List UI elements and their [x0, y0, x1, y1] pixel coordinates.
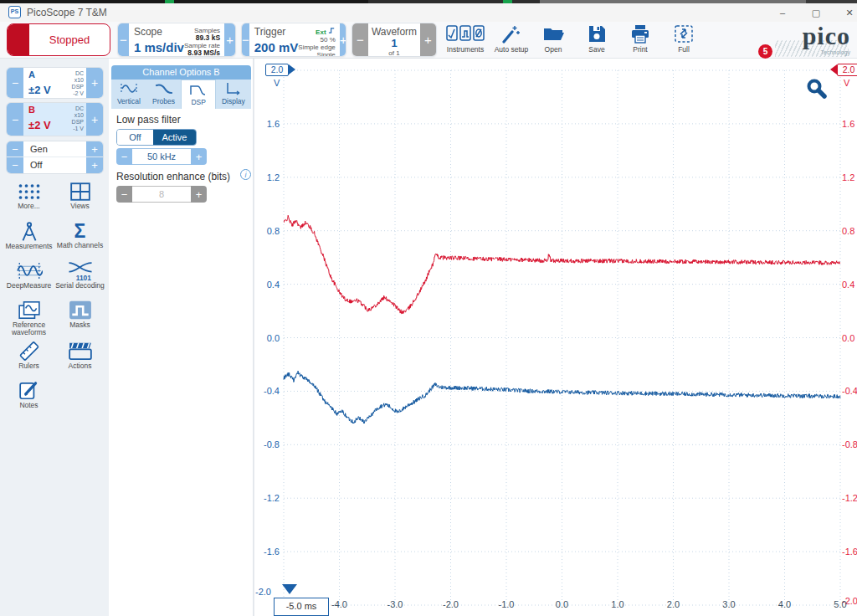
trigger-increase-button[interactable]: +	[340, 23, 346, 56]
timebase-value[interactable]: 1 ms/div	[134, 40, 184, 54]
channel-options-title[interactable]: Channel Options B	[111, 65, 251, 80]
logo-text: pico	[803, 22, 850, 50]
right-axis-top-value[interactable]: 2.0	[837, 64, 857, 76]
frequency-increase-button[interactable]: +	[191, 148, 207, 165]
trigger-decrease-button[interactable]: −	[242, 23, 249, 56]
rulers-label: Rulers	[18, 362, 39, 370]
serial-decoding-button[interactable]: 1101 Serial decoding	[54, 260, 105, 295]
waveform-next-button[interactable]: +	[420, 23, 436, 56]
gen-decrease-button[interactable]: −	[7, 141, 23, 157]
x-axis-label: -3.0	[377, 599, 413, 609]
channel-b-card[interactable]: − B ±2 V DC x10 DSP -1 V +	[6, 102, 104, 136]
trigger-type: Single	[298, 51, 335, 57]
frequency-value[interactable]: 50 kHz	[132, 148, 191, 165]
x-axis-label: 4.0	[767, 599, 803, 609]
tab-vertical[interactable]: Vertical	[111, 80, 146, 109]
measurements-label: Measurements	[5, 243, 52, 250]
x-axis-label: 1.0	[599, 599, 636, 609]
full-screen-button[interactable]: Full	[663, 24, 705, 58]
start-stop-button[interactable]: Stopped	[7, 23, 110, 56]
waveform-canvas[interactable]	[254, 59, 857, 616]
waveform-count: of 1	[388, 49, 399, 57]
tab-dsp[interactable]: DSP	[181, 80, 216, 109]
math-channels-label: Math channels	[57, 242, 103, 249]
channel-b-decrease-button[interactable]: −	[7, 103, 23, 136]
resolution-value[interactable]: 8	[132, 186, 191, 203]
x-axis-label: -1.0	[488, 599, 525, 609]
y-axis-label-left: -1.2	[254, 493, 280, 503]
trigger-source: Ext	[316, 28, 326, 36]
maximize-button[interactable]: ▢	[803, 5, 829, 20]
low-pass-active-option[interactable]: Active	[153, 130, 196, 145]
y-axis-label-left: -1.6	[254, 547, 280, 557]
open-button[interactable]: Open	[532, 24, 574, 58]
save-button[interactable]: Save	[576, 24, 618, 58]
y-axis-label-right: 0.8	[842, 226, 854, 236]
masks-icon	[69, 300, 92, 321]
print-button[interactable]: Print	[619, 24, 661, 58]
scope-label[interactable]: Scope	[134, 26, 184, 38]
zoom-magnifier-icon[interactable]	[805, 77, 829, 100]
actions-icon	[68, 341, 93, 362]
dsp-tab-icon	[189, 83, 208, 96]
left-axis-top-value[interactable]: 2.0	[265, 64, 289, 76]
gen-off-decrease-button[interactable]: −	[7, 157, 23, 173]
frequency-decrease-button[interactable]: −	[116, 148, 132, 165]
scope-increase-button[interactable]: +	[224, 23, 235, 56]
instruments-icon	[446, 24, 485, 44]
gen-increase-button[interactable]: +	[86, 141, 103, 157]
minimize-button[interactable]: –	[770, 5, 795, 20]
y-axis-label-right: 0.0	[842, 333, 854, 343]
channel-a-decrease-button[interactable]: −	[7, 68, 23, 98]
resolution-decrease-button[interactable]: −	[116, 186, 132, 203]
views-button[interactable]: Views	[54, 182, 105, 217]
tab-probes[interactable]: Probes	[146, 80, 182, 109]
x-axis-label: -2.0	[433, 599, 470, 609]
math-channels-button[interactable]: Σ Math channels	[54, 221, 105, 256]
gen-label[interactable]: Gen	[23, 141, 86, 157]
channel-a-increase-button[interactable]: +	[86, 68, 103, 98]
gen-state[interactable]: Off	[23, 157, 86, 173]
notes-button[interactable]: Notes	[3, 380, 54, 415]
resolution-increase-button[interactable]: +	[191, 186, 207, 203]
low-pass-off-option[interactable]: Off	[117, 130, 153, 145]
scope-decrease-button[interactable]: −	[118, 23, 129, 56]
channel-b-name: B	[28, 105, 51, 115]
window-title: PicoScope 7 T&M	[27, 7, 107, 18]
measurements-button[interactable]: Measurements	[3, 221, 54, 256]
masks-button[interactable]: Masks	[54, 300, 105, 336]
resolution-enhance-label: Resolution enhance (bits)	[116, 171, 230, 182]
channel-options-panel: Channel Options B Vertical Probes DSP	[109, 59, 254, 616]
close-button[interactable]: ✕	[837, 5, 857, 20]
trigger-position-marker[interactable]	[282, 584, 297, 594]
info-icon[interactable]: i	[240, 169, 251, 180]
actions-button[interactable]: Actions	[54, 341, 105, 376]
trigger-label[interactable]: Trigger	[254, 26, 299, 38]
scope-display[interactable]: 2.0 V 2.0 V -2.0 -5.0 ms 1.61.61.21.20.8…	[254, 59, 857, 616]
trigger-level-value[interactable]: 200 mV	[254, 40, 299, 54]
instruments-button[interactable]: Instruments	[444, 24, 486, 58]
channel-a-dsp: DSP	[72, 84, 84, 90]
more-icon	[18, 182, 41, 202]
channel-a-card[interactable]: − A ±2 V DC x10 DSP -2 V +	[6, 67, 104, 99]
reference-waveforms-button[interactable]: Reference waveforms	[3, 300, 54, 336]
deepmeasure-button[interactable]: DeepMeasure	[3, 260, 54, 295]
tab-display[interactable]: Display	[216, 80, 251, 109]
auto-setup-button[interactable]: Auto setup	[490, 24, 532, 58]
channel-b-increase-button[interactable]: +	[86, 103, 103, 136]
print-label: Print	[633, 45, 647, 54]
y-axis-label-right: -1.6	[842, 547, 857, 557]
waveform-previous-button[interactable]: −	[352, 23, 368, 56]
y-axis-label-right: -1.2	[842, 493, 857, 503]
more-button[interactable]: More...	[3, 182, 54, 217]
app-icon: PS	[8, 6, 21, 18]
x-axis-label: 5.0	[822, 599, 857, 609]
full-label: Full	[678, 45, 690, 54]
deepmeasure-icon	[16, 260, 43, 281]
rulers-button[interactable]: Rulers	[3, 341, 54, 376]
gen-off-increase-button[interactable]: +	[86, 157, 103, 173]
waveform-block: − Waveform 1 of 1 +	[352, 23, 437, 57]
full-screen-icon	[674, 24, 694, 44]
left-axis-arrow-icon	[289, 64, 295, 74]
masks-label: Masks	[69, 321, 90, 329]
